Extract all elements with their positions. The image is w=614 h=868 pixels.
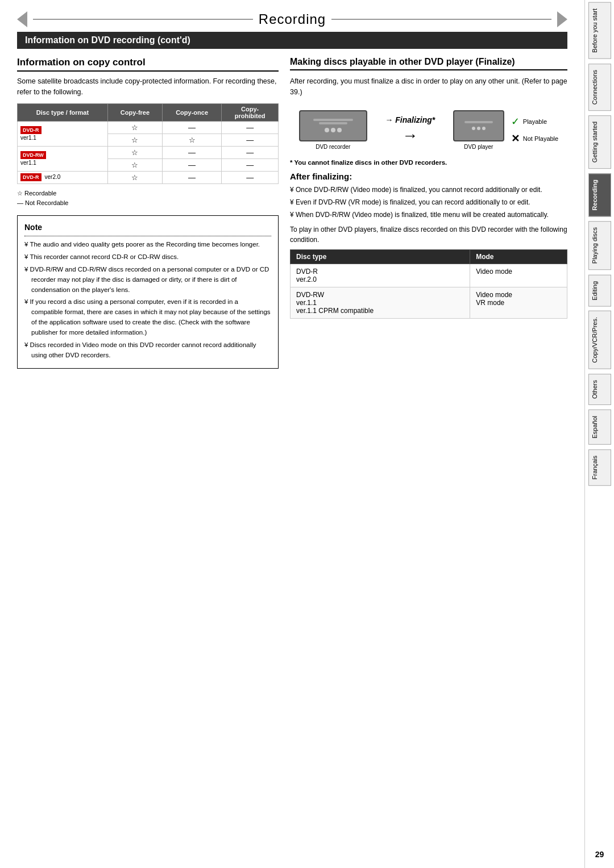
sidebar-tab-before-you-start[interactable]: Before you start <box>588 2 611 59</box>
cell: ☆ <box>107 133 162 146</box>
disc-type-table: Disc type Mode DVD-Rver.2.0 Video mode D… <box>290 249 567 319</box>
left-column: Information on copy control Some satelli… <box>17 57 279 369</box>
table-row: DVD-R ver1.1 ☆ — — <box>18 121 279 133</box>
finalize-body-text: To play in other DVD players, finalize d… <box>290 224 567 245</box>
cell: — <box>222 146 279 158</box>
cell: — <box>222 158 279 171</box>
after-item-1: ¥ Once DVD-R/RW (Video mode) is finalize… <box>290 185 567 195</box>
legend-item-recordable: ☆ Recordable <box>17 189 279 199</box>
check-icon: ✓ <box>511 115 520 128</box>
title-arrow-right <box>557 11 567 27</box>
note-divider <box>24 236 271 236</box>
dvd-r-logo: DVD-R <box>20 126 42 134</box>
finalizing-label: → Finalizing* <box>385 115 435 124</box>
title-line-left <box>33 19 253 20</box>
table-legend: ☆ Recordable — Not Recordable <box>17 189 279 208</box>
slot-bar2 <box>319 122 347 124</box>
dvd-rw-label: DVD-RW ver1.1 <box>18 146 108 171</box>
button-dot <box>337 128 342 132</box>
cell: — <box>222 171 279 183</box>
sidebar-tab-recording[interactable]: Recording <box>588 173 611 216</box>
cell: — <box>162 146 221 158</box>
dvd-r-v2-label: DVD-R ver2.0 <box>18 171 108 183</box>
playable-side: ✓ Playable ✕ Not Playable <box>511 115 558 145</box>
note-title: Note <box>24 222 271 234</box>
finalizing-arrow: → Finalizing* → <box>385 115 435 145</box>
sidebar-tab-others[interactable]: Others <box>588 374 611 405</box>
note-box: Note ¥ The audio and video quality gets … <box>17 215 279 369</box>
page-title: Recording <box>259 11 326 27</box>
arrow-icon: → <box>402 127 418 145</box>
title-line-right <box>331 19 551 20</box>
slot-bar3 <box>464 121 493 123</box>
cell: — <box>162 171 221 183</box>
copy-control-table: Disc type / format Copy-free Copy-once C… <box>17 103 279 184</box>
right-intro: After recording, you must finalize a dis… <box>290 76 567 98</box>
copy-table-header-free: Copy-free <box>107 103 162 121</box>
table-row: DVD-RW ver1.1 ☆ — — <box>18 146 279 158</box>
button-dot <box>331 128 335 132</box>
sidebar-tab-editing[interactable]: Editing <box>588 275 611 307</box>
disc-type-cell-1: DVD-Rver.2.0 <box>291 264 470 287</box>
dvd-recorder-label: DVD recorder <box>299 144 367 150</box>
after-finalizing-title: After finalizing: <box>290 172 567 181</box>
button-dot2 <box>477 127 480 130</box>
table-row: DVD-Rver.2.0 Video mode <box>291 264 567 287</box>
sidebar-tab-espanol[interactable]: Español <box>588 410 611 445</box>
cell: — <box>222 121 279 133</box>
section-banner: Information on DVD recording (cont'd) <box>17 32 567 49</box>
dvd-r-label: DVD-R ver1.1 <box>18 121 108 146</box>
disc-type-header: Disc type <box>291 249 470 264</box>
page-title-section: Recording <box>17 11 567 27</box>
left-intro: Some satellite broadcasts include copy-p… <box>17 76 279 98</box>
button-dot <box>325 128 329 132</box>
not-playable-label: Not Playable <box>523 135 558 142</box>
copy-table-header-prohibited: Copy-prohibited <box>222 103 279 121</box>
sidebar-tab-getting-started[interactable]: Getting started <box>588 115 611 169</box>
legend-item-not-recordable: — Not Recordable <box>17 198 279 208</box>
dvd-player-device: DVD player <box>453 110 504 150</box>
note-item-4: ¥ If you record a disc using a personal … <box>24 297 271 337</box>
cell: ☆ <box>162 133 221 146</box>
dvd-player-label: DVD player <box>453 144 504 150</box>
disc-type-cell-2: DVD-RWver.1.1ver.1.1 CPRM compatible <box>291 287 470 318</box>
dvd-r-v2-logo: DVD-R <box>20 173 42 181</box>
note-item-2: ¥ This recorder cannot record CD-R or CD… <box>24 252 271 262</box>
cell: ☆ <box>107 171 162 183</box>
mode-header: Mode <box>470 249 567 264</box>
button-dot2 <box>472 127 475 130</box>
sidebar-tab-francais[interactable]: Français <box>588 449 611 486</box>
x-icon: ✕ <box>511 132 520 145</box>
slot-bar <box>313 119 353 121</box>
note-item-3: ¥ DVD-R/RW and CD-R/RW discs recorded on… <box>24 265 271 295</box>
copy-table-header-once: Copy-once <box>162 103 221 121</box>
note-item-1: ¥ The audio and video quality gets poore… <box>24 240 271 250</box>
cell: ☆ <box>107 146 162 158</box>
sidebar-tab-playing-discs[interactable]: Playing discs <box>588 221 611 270</box>
after-item-3: ¥ When DVD-R/RW (Video mode) is finalize… <box>290 210 567 220</box>
title-arrow-left <box>17 11 27 27</box>
finalize-note: * You cannot finalize discs in other DVD… <box>290 159 567 166</box>
playable-row: ✓ Playable <box>511 115 558 128</box>
dvd-recorder-shape <box>299 110 367 141</box>
cell: — <box>222 133 279 146</box>
dvd-player-shape <box>453 110 504 141</box>
left-title: Information on copy control <box>17 57 279 72</box>
playable-label: Playable <box>523 118 547 125</box>
dvd-rw-logo: DVD-RW <box>20 151 46 159</box>
sidebar: Before you start Connections Getting sta… <box>584 0 614 868</box>
sidebar-tab-connections[interactable]: Connections <box>588 64 611 111</box>
not-playable-row: ✕ Not Playable <box>511 132 558 145</box>
after-item-2: ¥ Even if DVD-RW (VR mode) is finalized,… <box>290 197 567 207</box>
button-dot2 <box>482 127 486 130</box>
mode-cell-2: Video modeVR mode <box>470 287 567 318</box>
cell: — <box>162 158 221 171</box>
sidebar-tab-copy-vcr[interactable]: Copy/VCR/Pres. <box>588 311 611 369</box>
note-item-5: ¥ Discs recorded in Video mode on this D… <box>24 340 271 361</box>
right-column: Making discs playable in other DVD playe… <box>290 57 567 319</box>
finalize-diagram: DVD recorder → Finalizing* → <box>290 105 567 156</box>
dvd-player-section: DVD player ✓ Playable ✕ Not Playable <box>453 110 558 150</box>
copy-table-header-disc: Disc type / format <box>18 103 108 121</box>
table-row: DVD-RWver.1.1ver.1.1 CPRM compatible Vid… <box>291 287 567 318</box>
mode-cell-1: Video mode <box>470 264 567 287</box>
